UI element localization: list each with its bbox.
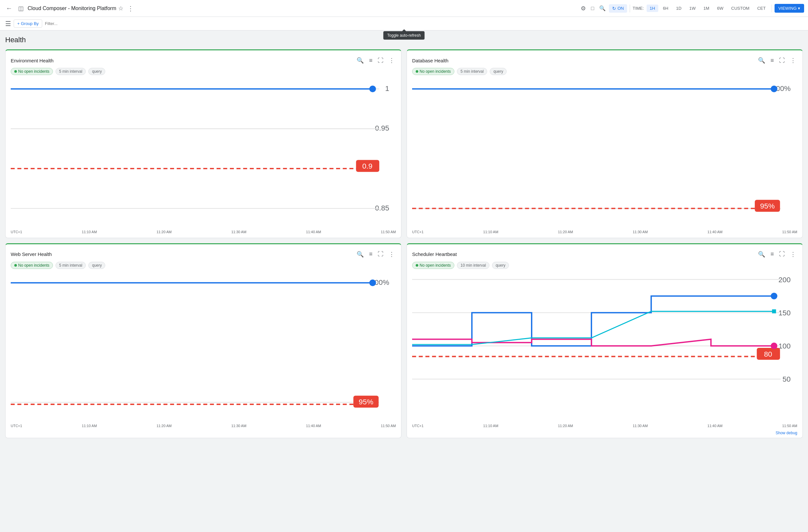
db-health-card: Database Health 🔍 ≡ ⛶ ⋮ No open incident… [407,49,803,238]
db-health-title: Database Health [412,58,448,63]
fullscreen-icon[interactable]: □ [589,4,596,13]
time-custom-button[interactable]: CUSTOM [728,4,753,12]
scheduler-badges: No open incidents 10 min interval query [407,262,803,273]
svg-text:95%: 95% [760,202,774,210]
top-bar-right: ⚙ □ 🔍 ↻ ON TIME: 1H 6H 1D 1W 1M 6W CUSTO… [579,3,804,14]
top-bar-left: ← ◫ Cloud Composer - Monitoring Platform… [4,3,576,14]
time-label: TIME: [632,6,644,11]
time-cet-button[interactable]: CET [754,4,769,12]
badge-dot [14,264,17,267]
db-health-header: Database Health 🔍 ≡ ⛶ ⋮ [407,50,803,68]
scheduler-title: Scheduler Heartbeat [412,251,457,257]
show-debug-link[interactable]: Show debug [775,431,797,435]
db-incidents-badge: No open incidents [412,68,454,75]
star-icon[interactable]: ☆ [118,5,124,12]
time-6h-button[interactable]: 6H [660,4,672,12]
grid-icon[interactable]: ◫ [16,3,26,14]
web-interval-badge: 5 min interval [56,262,86,269]
web-query-badge: query [88,262,105,269]
db-query-badge: query [490,68,507,75]
auto-refresh-button[interactable]: ↻ ON [609,4,627,13]
web-health-header: Web Server Health 🔍 ≡ ⛶ ⋮ [5,244,401,262]
web-expand-icon[interactable]: ⛶ [377,250,385,259]
web-health-chart: 100% 95% [5,273,401,423]
badge-dot [416,264,418,267]
hamburger-icon[interactable]: ☰ [5,20,11,27]
env-health-footer: UTC+1 11:10 AM 11:20 AM 11:30 AM 11:40 A… [5,228,401,238]
web-zoom-icon[interactable]: 🔍 [355,250,365,259]
sched-incidents-badge: No open incidents [412,262,454,269]
db-health-svg: 100% 95% [412,79,797,225]
time-1m-button[interactable]: 1M [700,4,713,12]
more-options-icon[interactable]: ⋮ [125,3,136,14]
scheduler-header: Scheduler Heartbeat 🔍 ≡ ⛶ ⋮ [407,244,803,262]
svg-point-7 [369,86,376,92]
env-interval-badge: 5 min interval [56,68,86,75]
back-button[interactable]: ← [4,3,14,14]
env-incidents-badge: No open incidents [11,68,53,75]
web-incidents-badge: No open incidents [11,262,53,269]
db-legend-icon[interactable]: ≡ [769,56,775,65]
badge-dot [416,70,418,73]
sched-expand-icon[interactable]: ⛶ [778,250,786,259]
refresh-label: ON [617,6,624,11]
web-health-footer: UTC+1 11:10 AM 11:20 AM 11:30 AM 11:40 A… [5,423,401,432]
env-health-card: Environment Health 🔍 ≡ ⛶ ⋮ No open incid… [5,49,401,238]
db-interval-badge: 5 min interval [457,68,487,75]
page-title: Cloud Composer - Monitoring Platform [27,5,116,11]
db-health-badges: No open incidents 5 min interval query [407,68,803,79]
svg-text:0.95: 0.95 [375,124,389,132]
group-by-button[interactable]: + Group By [14,19,42,27]
time-1d-button[interactable]: 1D [673,4,685,12]
db-health-footer: UTC+1 11:10 AM 11:20 AM 11:30 AM 11:40 A… [407,228,803,238]
sched-zoom-icon[interactable]: 🔍 [757,250,767,259]
settings-icon[interactable]: ⚙ [579,3,588,14]
time-6w-button[interactable]: 6W [714,4,727,12]
scheduler-svg: 200 150 100 50 80 [412,273,797,419]
web-more-icon[interactable]: ⋮ [387,250,396,259]
svg-text:0.9: 0.9 [362,162,372,170]
env-health-svg: 1 0.95 0.85 0.9 [11,79,396,225]
env-legend-icon[interactable]: ≡ [368,56,374,65]
db-zoom-icon[interactable]: 🔍 [757,56,767,65]
sched-query-badge: query [492,262,509,269]
time-1h-button[interactable]: 1H [647,4,659,12]
viewing-button[interactable]: VIEWING ▾ [774,4,804,13]
db-health-chart: 100% 95% [407,79,803,228]
db-expand-icon[interactable]: ⛶ [778,56,786,65]
svg-text:50: 50 [783,375,791,383]
web-health-icons: 🔍 ≡ ⛶ ⋮ [355,250,396,259]
db-health-icons: 🔍 ≡ ⛶ ⋮ [757,56,797,65]
db-more-icon[interactable]: ⋮ [789,56,797,65]
env-zoom-icon[interactable]: 🔍 [355,56,365,65]
time-1w-button[interactable]: 1W [686,4,699,12]
charts-grid: Environment Health 🔍 ≡ ⛶ ⋮ No open incid… [5,49,803,438]
web-health-title: Web Server Health [11,251,52,257]
filter-input[interactable] [45,21,99,26]
sched-more-icon[interactable]: ⋮ [789,250,797,259]
page-content: Health Environment Health 🔍 ≡ ⛶ ⋮ No ope… [0,31,808,443]
env-health-title: Environment Health [11,58,54,63]
svg-point-15 [771,86,777,92]
web-health-card: Web Server Health 🔍 ≡ ⛶ ⋮ No open incide… [5,243,401,438]
svg-text:80: 80 [764,350,772,358]
show-debug-area: Show debug [407,429,803,438]
svg-point-23 [369,279,376,286]
divider [630,4,630,12]
tooltip: Toggle auto-refresh [383,31,424,40]
scheduler-heartbeat-card: Scheduler Heartbeat 🔍 ≡ ⛶ ⋮ No open inci… [407,243,803,438]
env-expand-icon[interactable]: ⛶ [377,56,385,65]
web-legend-icon[interactable]: ≡ [368,250,374,259]
chevron-down-icon: ▾ [798,6,800,11]
group-by-label: + Group By [17,21,39,26]
viewing-label: VIEWING [778,6,797,11]
env-more-icon[interactable]: ⋮ [387,56,396,65]
sched-legend-icon[interactable]: ≡ [769,250,775,259]
svg-rect-40 [772,309,776,313]
search-icon[interactable]: 🔍 [597,3,608,13]
env-health-header: Environment Health 🔍 ≡ ⛶ ⋮ [5,50,401,68]
scheduler-icons: 🔍 ≡ ⛶ ⋮ [757,250,797,259]
env-health-badges: No open incidents 5 min interval query [5,68,401,79]
web-health-svg: 100% 95% [11,273,396,419]
scheduler-chart: 200 150 100 50 80 [407,273,803,423]
